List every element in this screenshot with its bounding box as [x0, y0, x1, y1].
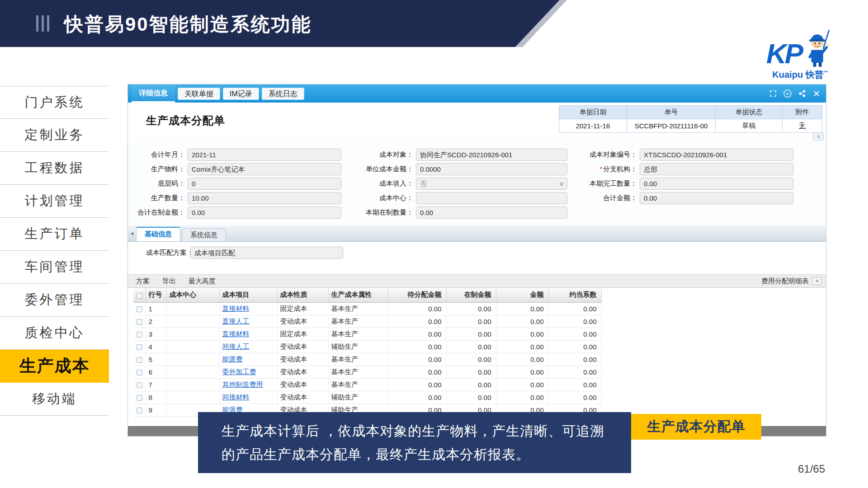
field-label: 成本填入： [345, 179, 416, 188]
cost-item-link[interactable]: 直接人工 [222, 317, 250, 325]
field-input[interactable]: Comix齐心笔记本 [188, 163, 341, 175]
subtab[interactable]: 系统信息 [182, 228, 226, 241]
cell: 直接材料 [219, 328, 277, 340]
field-input[interactable] [416, 192, 567, 204]
sidebar-item[interactable]: 工程数据 [0, 152, 109, 185]
svg-text:IM: IM [786, 92, 789, 95]
field-input[interactable]: 否∨ [416, 178, 567, 190]
collapse-panel-button[interactable]: » [813, 132, 824, 141]
row-checkbox[interactable] [137, 357, 142, 363]
cell: 1 [146, 302, 166, 315]
field-input[interactable]: 0 [188, 178, 341, 190]
row-checkbox[interactable] [137, 395, 142, 401]
cost-item-link[interactable]: 直接材料 [222, 305, 250, 312]
table-row: 4间接人工变动成本辅助生产0.000.000.000.00 [133, 340, 601, 353]
cell: 0.00 [548, 353, 601, 366]
row-select-cell [133, 340, 146, 353]
sidebar-item[interactable]: 移动端 [0, 383, 109, 416]
select-all-checkbox[interactable] [137, 293, 142, 299]
field-value: 10.00 [192, 194, 209, 202]
row-checkbox[interactable] [137, 306, 142, 312]
sidebar-item[interactable]: 委外管理 [0, 284, 109, 317]
scroll-left-icon[interactable]: ◄ [130, 231, 134, 236]
grid-body: 1直接材料固定成本基本生产0.000.000.000.002直接人工变动成本基本… [133, 302, 601, 416]
row-checkbox[interactable] [137, 344, 142, 350]
row-checkbox[interactable] [137, 332, 142, 338]
logo-kp-text: KP [766, 40, 802, 68]
sidebar: 门户系统定制业务工程数据计划管理生产订单车间管理委外管理质检中心生产成本移动端 [0, 86, 109, 416]
window-tab[interactable]: 详细信息 [132, 84, 175, 103]
cell: 0.00 [548, 302, 601, 315]
sidebar-item[interactable]: 车间管理 [0, 251, 109, 284]
cell: 0.00 [446, 340, 496, 353]
field-input[interactable]: 10.00 [188, 192, 341, 204]
form-field: 合计在制金额：0.00 [128, 206, 341, 219]
share-icon[interactable] [798, 89, 806, 98]
form-column-2: 成本对象：协同生产SCDD-20210926-001单位成本金额：0.0000成… [345, 149, 567, 219]
field-input[interactable]: 0.00 [416, 206, 567, 219]
field-input[interactable]: 0.0000 [416, 163, 567, 175]
window-tab[interactable]: 系统日志 [262, 88, 304, 100]
match-scheme-input[interactable]: 成本项目匹配 [190, 247, 343, 259]
row-checkbox[interactable] [137, 370, 142, 375]
slide: 快普易90智能制造系统功能 KP Kuaipu 快普™ [0, 0, 868, 488]
form-field: 会计年月：2021-11 [128, 149, 341, 161]
column-header: 约当系数 [548, 288, 601, 302]
cell: 委外加工费 [219, 366, 277, 378]
cost-item-link[interactable]: 直接材料 [222, 330, 250, 338]
cost-item-link[interactable]: 间接人工 [222, 343, 250, 350]
toolbar-button[interactable]: 最大高度 [189, 277, 216, 286]
cost-item-link[interactable]: 能源费 [222, 355, 243, 363]
detail-table-label: 费用分配明细表 [761, 277, 809, 286]
field-label: 合计金额： [569, 194, 640, 202]
sidebar-item[interactable]: 生产成本 [0, 350, 109, 383]
field-input[interactable]: 协同生产SCDD-20210926-001 [416, 149, 567, 161]
window-tab[interactable]: IM记录 [223, 88, 259, 100]
cell: 0.00 [496, 391, 548, 404]
field-input[interactable]: XTSCSCDD-20210926-001 [640, 149, 793, 161]
field-input[interactable]: 0.00 [188, 206, 341, 219]
fullscreen-icon[interactable] [769, 89, 777, 98]
toolbar-button[interactable]: 导出 [162, 277, 176, 286]
row-checkbox[interactable] [137, 319, 142, 325]
cost-item-link[interactable]: 委外加工费 [222, 368, 256, 375]
subtab[interactable]: 基础信息 [136, 227, 180, 241]
doc-info-header: 单据状态 [716, 106, 783, 119]
field-input[interactable]: 2021-11 [188, 149, 341, 161]
callout-label: 生产成本分配单 [631, 414, 761, 440]
doc-info-value: 2021-11-16 [559, 119, 627, 133]
cell: 0.00 [388, 353, 446, 366]
chevron-down-icon[interactable]: ∨ [559, 178, 564, 189]
sidebar-item[interactable]: 门户系统 [0, 86, 109, 119]
form-field: 本期完工数量：0.00 [569, 178, 793, 190]
column-header: 待分配金额 [388, 288, 446, 302]
im-icon[interactable]: IM [783, 89, 792, 98]
collapse-grid-button[interactable]: » [812, 277, 821, 285]
cell: 固定成本 [277, 328, 328, 340]
field-input[interactable]: 0.00 [640, 192, 793, 204]
cost-item-link[interactable]: 间接材料 [222, 393, 250, 401]
cost-item-link[interactable]: 其他制造费用 [222, 380, 263, 388]
doc-info-header: 单号 [627, 106, 716, 119]
doc-info-value[interactable]: 无 [783, 119, 822, 133]
field-label: 会计年月： [128, 150, 188, 159]
cell: 0.00 [446, 315, 496, 328]
close-icon[interactable] [812, 89, 821, 98]
mascot-illustration [804, 28, 834, 68]
cell [166, 366, 219, 378]
sidebar-item[interactable]: 定制业务 [0, 119, 109, 152]
toolbar-button[interactable]: 方案 [136, 277, 150, 286]
sidebar-item[interactable]: 质检中心 [0, 317, 109, 350]
field-value: 总部 [644, 165, 657, 173]
row-checkbox[interactable] [137, 408, 142, 413]
column-header: 成本项目 [219, 288, 277, 302]
cell: 间接材料 [219, 391, 277, 404]
form-field: 底层码：0 [128, 178, 341, 190]
window-tab[interactable]: 关联单据 [178, 88, 220, 100]
field-input[interactable]: 0.00 [640, 178, 793, 190]
sidebar-item[interactable]: 生产订单 [0, 218, 109, 251]
row-select-cell [133, 391, 146, 404]
row-checkbox[interactable] [137, 382, 142, 388]
field-input[interactable]: 总部 [640, 163, 793, 175]
sidebar-item[interactable]: 计划管理 [0, 185, 109, 218]
